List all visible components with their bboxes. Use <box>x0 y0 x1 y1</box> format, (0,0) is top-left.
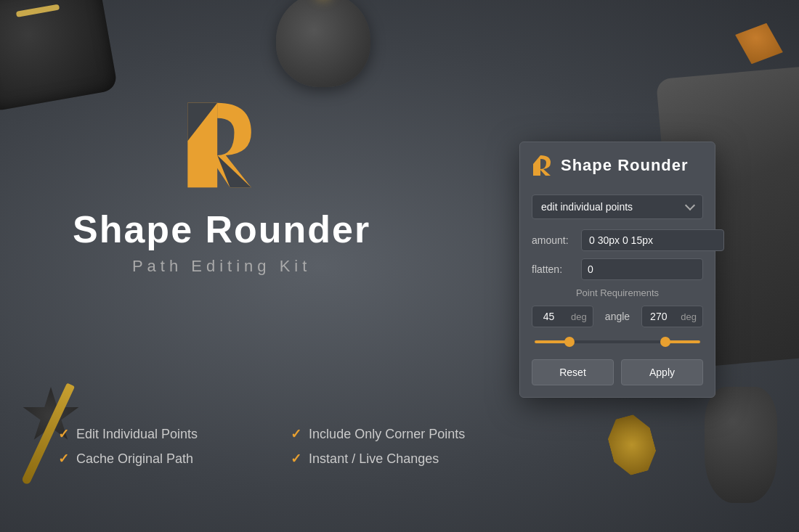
flatten-input[interactable] <box>582 259 703 279</box>
angle-min-unit: deg <box>565 307 593 327</box>
angle-max-group: deg <box>641 306 703 327</box>
angle-max-input[interactable] <box>642 306 675 327</box>
amount-row: amount: <box>532 229 703 251</box>
list-item: ✓ Edit Individual Points <box>58 426 232 442</box>
panel-title: Shape Rounder <box>561 156 689 175</box>
mode-dropdown[interactable]: edit individual points <box>532 195 703 219</box>
shape-rounder-panel: Shape Rounder edit individual points amo… <box>519 142 715 398</box>
panel-header: Shape Rounder <box>532 154 703 184</box>
decorative-hand <box>705 387 777 503</box>
slider-track <box>535 340 700 343</box>
check-icon: ✓ <box>291 451 301 467</box>
amount-label: amount: <box>532 234 575 246</box>
chevron-down-icon <box>685 200 695 210</box>
dropdown-value: edit individual points <box>541 201 633 213</box>
list-item: ✓ Cache Original Path <box>58 451 232 467</box>
list-item: ✓ Instant / Live Changes <box>291 451 465 467</box>
feature-label: Instant / Live Changes <box>309 451 439 467</box>
flatten-input-group: % <box>581 258 703 280</box>
check-icon: ✓ <box>58 426 69 442</box>
angle-slider[interactable] <box>532 335 703 349</box>
flatten-label: flatten: <box>532 263 575 275</box>
feature-label: Cache Original Path <box>76 451 193 467</box>
features-list: ✓ Edit Individual Points ✓ Include Only … <box>58 426 465 467</box>
angle-row: deg angle deg <box>532 306 703 327</box>
reset-button[interactable]: Reset <box>532 359 614 385</box>
action-buttons: Reset Apply <box>532 359 703 385</box>
amount-input[interactable] <box>581 229 724 251</box>
angle-max-unit: deg <box>675 307 702 327</box>
brand-area: Shape Rounder Path Editing Kit <box>73 94 370 276</box>
list-item: ✓ Include Only Corner Points <box>291 426 465 442</box>
angle-center-label: angle <box>598 311 638 322</box>
slider-thumb-left[interactable] <box>564 337 575 347</box>
slider-thumb-right[interactable] <box>660 337 670 347</box>
check-icon: ✓ <box>58 451 69 467</box>
decorative-candle <box>276 0 370 87</box>
app-logo-icon <box>178 94 265 196</box>
main-title: Shape Rounder <box>73 210 370 248</box>
panel-logo-icon <box>532 154 552 177</box>
check-icon: ✓ <box>291 426 301 442</box>
flatten-row: flatten: % <box>532 258 703 280</box>
feature-label: Edit Individual Points <box>76 427 198 442</box>
apply-button[interactable]: Apply <box>621 359 703 385</box>
point-requirements-label: Point Requirements <box>532 287 703 298</box>
angle-min-group: deg <box>532 306 593 327</box>
feature-label: Include Only Corner Points <box>309 427 465 442</box>
angle-min-input[interactable] <box>532 306 565 327</box>
main-subtitle: Path Editing Kit <box>132 257 311 276</box>
